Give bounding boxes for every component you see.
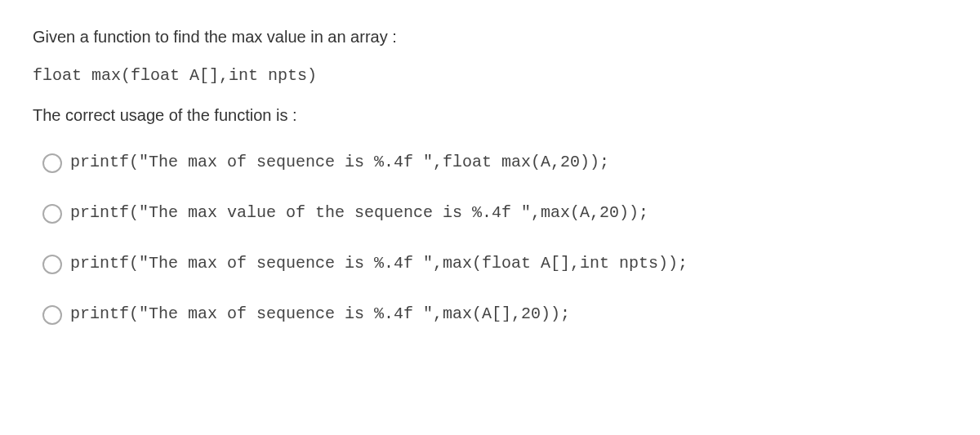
question-prompt: The correct usage of the function is : <box>33 103 947 127</box>
function-signature: float max(float A[],int npts) <box>33 64 947 88</box>
option-text: printf("The max of sequence is %.4f ",fl… <box>70 150 609 175</box>
options-list: printf("The max of sequence is %.4f ",fl… <box>33 150 947 326</box>
radio-icon[interactable] <box>42 255 62 274</box>
radio-icon[interactable] <box>42 305 62 325</box>
option-text: printf("The max of sequence is %.4f ",ma… <box>70 251 688 276</box>
option-4[interactable]: printf("The max of sequence is %.4f ",ma… <box>33 302 947 326</box>
option-3[interactable]: printf("The max of sequence is %.4f ",ma… <box>33 251 947 276</box>
option-text: printf("The max value of the sequence is… <box>70 201 648 225</box>
option-text: printf("The max of sequence is %.4f ",ma… <box>70 302 570 326</box>
option-2[interactable]: printf("The max value of the sequence is… <box>33 201 947 225</box>
question-intro: Given a function to find the max value i… <box>33 24 947 49</box>
option-1[interactable]: printf("The max of sequence is %.4f ",fl… <box>33 150 947 175</box>
radio-icon[interactable] <box>42 153 62 173</box>
radio-icon[interactable] <box>42 204 62 224</box>
